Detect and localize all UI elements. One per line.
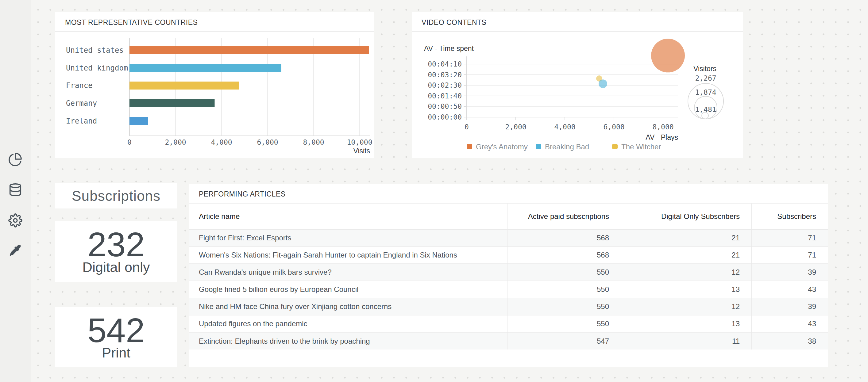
table-row[interactable]: Fight for First: Excel Esports5682171 bbox=[189, 229, 828, 246]
cell-subscribers: 39 bbox=[752, 264, 828, 281]
x-axis-title: Visits bbox=[353, 147, 370, 155]
y-axis-title: AV - Time spent bbox=[424, 44, 474, 53]
x-tick-label: 10,000 bbox=[347, 138, 372, 146]
cell-subscribers: 39 bbox=[752, 298, 828, 315]
articles-card: PERFORMING ARTICLES Article nameActive p… bbox=[189, 184, 828, 367]
subscriptions-title: Subscriptions bbox=[72, 187, 160, 204]
digital-only-value: 232 bbox=[88, 229, 145, 261]
y-tick-label: 00:02:30 bbox=[428, 81, 462, 89]
bubble-breaking-bad[interactable] bbox=[599, 79, 607, 88]
cell-active_paid: 568 bbox=[507, 229, 621, 246]
sidebar-item-settings[interactable] bbox=[8, 214, 23, 229]
cell-digital_only: 21 bbox=[621, 246, 752, 264]
x-tick-label: 0 bbox=[127, 138, 132, 146]
x-tick-label: 0 bbox=[465, 123, 469, 131]
sidebar-item-theme-picker[interactable] bbox=[8, 244, 23, 259]
x-tick-label: 6,000 bbox=[603, 123, 624, 131]
cell-digital_only: 12 bbox=[621, 298, 752, 315]
database-icon bbox=[8, 183, 22, 198]
x-tick-label: 6,000 bbox=[257, 138, 278, 146]
cell-article: Women's Six Nations: Fit-again Sarah Hun… bbox=[189, 246, 507, 264]
cell-active_paid: 550 bbox=[507, 281, 621, 298]
y-tick-label: 00:03:20 bbox=[428, 71, 462, 79]
column-header-subscribers[interactable]: Subscribers bbox=[752, 204, 828, 229]
bar-germany[interactable] bbox=[129, 99, 215, 107]
bar-category-label: United states bbox=[66, 46, 124, 55]
cell-active_paid: 550 bbox=[507, 298, 621, 315]
legend-item-the-witcher[interactable]: The Witcher bbox=[612, 143, 661, 151]
cell-article: Fight for First: Excel Esports bbox=[189, 229, 507, 246]
articles-table: Article nameActive paid subscriptionsDig… bbox=[189, 204, 828, 349]
countries-card-title: MOST REPRESENTATIVE COUNTRIES bbox=[55, 12, 374, 32]
sidebar-item-data[interactable] bbox=[8, 183, 23, 198]
table-row[interactable]: Nike and HM face China fury over Xinjian… bbox=[189, 298, 828, 315]
cell-article: Google fined 5 billion euros by European… bbox=[189, 281, 507, 298]
cell-subscribers: 71 bbox=[752, 246, 828, 264]
cell-digital_only: 21 bbox=[621, 229, 752, 246]
bar-category-label: United kingdom bbox=[66, 64, 128, 72]
print-label: Print bbox=[102, 346, 130, 360]
eyedropper-icon bbox=[8, 244, 22, 259]
countries-card: MOST REPRESENTATIVE COUNTRIES 02,0004,00… bbox=[55, 12, 374, 158]
column-header-active-paid-subscriptions[interactable]: Active paid subscriptions bbox=[507, 204, 621, 229]
legend-item-breaking-bad[interactable]: Breaking Bad bbox=[536, 143, 589, 151]
video-bubble-chart: AV - Time spent00:00:0000:00:5000:01:400… bbox=[412, 32, 743, 158]
sidebar-item-charts[interactable] bbox=[8, 152, 23, 167]
legend-swatch bbox=[536, 144, 541, 149]
video-chart-svg: AV - Time spent00:00:0000:00:5000:01:400… bbox=[412, 32, 743, 158]
size-legend-value: 1,481 bbox=[695, 105, 716, 113]
print-value: 542 bbox=[88, 314, 145, 347]
cell-digital_only: 12 bbox=[621, 264, 752, 281]
cell-active_paid: 550 bbox=[507, 315, 621, 332]
table-row[interactable]: Extinction: Elephants driven to the brin… bbox=[189, 332, 828, 349]
bar-france[interactable] bbox=[129, 81, 239, 90]
bar-ireland[interactable] bbox=[129, 117, 148, 125]
digital-only-card: 232 Digital only bbox=[55, 221, 177, 282]
cell-subscribers: 43 bbox=[752, 315, 828, 332]
legend-text: The Witcher bbox=[621, 143, 661, 151]
x-axis-title: AV - Plays bbox=[646, 133, 678, 141]
cell-active_paid: 550 bbox=[507, 264, 621, 281]
bar-category-label: France bbox=[66, 81, 93, 90]
subscriptions-card: Subscriptions bbox=[55, 183, 177, 208]
cell-digital_only: 13 bbox=[621, 315, 752, 332]
bar-category-label: Germany bbox=[66, 99, 97, 108]
bubble-grey-s-anatomy[interactable] bbox=[651, 39, 685, 72]
size-legend-value: 2,267 bbox=[695, 74, 716, 82]
size-legend-title: Visitors bbox=[693, 65, 716, 73]
print-card: 542 Print bbox=[55, 307, 177, 367]
bar-united-states[interactable] bbox=[129, 46, 369, 54]
bar-category-label: Ireland bbox=[66, 117, 97, 126]
y-tick-label: 00:00:50 bbox=[428, 102, 462, 110]
cell-article: Extinction: Elephants driven to the brin… bbox=[189, 332, 507, 349]
cell-subscribers: 43 bbox=[752, 281, 828, 298]
sidebar bbox=[0, 0, 31, 382]
bar-united-kingdom[interactable] bbox=[129, 64, 281, 72]
x-tick-label: 2,000 bbox=[505, 123, 526, 131]
gear-icon bbox=[8, 213, 22, 229]
table-row[interactable]: Google fined 5 billion euros by European… bbox=[189, 281, 828, 298]
articles-card-title: PERFORMING ARTICLES bbox=[189, 184, 828, 204]
x-tick-label: 8,000 bbox=[652, 123, 674, 131]
table-row[interactable]: Updated figures on the pandemic5501343 bbox=[189, 315, 828, 332]
countries-bar-chart: 02,0004,0006,0008,00010,000United states… bbox=[55, 32, 374, 158]
legend-item-grey-s-anatomy[interactable]: Grey's Anatomy bbox=[467, 143, 528, 151]
y-tick-label: 00:04:10 bbox=[428, 60, 462, 68]
table-row[interactable]: Women's Six Nations: Fit-again Sarah Hun… bbox=[189, 246, 828, 264]
cell-article: Nike and HM face China fury over Xinjian… bbox=[189, 298, 507, 315]
digital-only-label: Digital only bbox=[82, 260, 150, 274]
y-tick-label: 00:00:00 bbox=[428, 113, 462, 121]
cell-subscribers: 71 bbox=[752, 229, 828, 246]
table-row[interactable]: Can Rwanda's unique milk bars survive?55… bbox=[189, 264, 828, 281]
column-header-article-name[interactable]: Article name bbox=[189, 204, 507, 229]
cell-active_paid: 547 bbox=[507, 332, 621, 349]
legend-swatch bbox=[467, 144, 472, 149]
video-card: VIDEO CONTENTS AV - Time spent00:00:0000… bbox=[412, 12, 743, 158]
articles-table-header: Article nameActive paid subscriptionsDig… bbox=[189, 204, 828, 229]
legend-text: Breaking Bad bbox=[545, 143, 589, 151]
dashboard-page: { "sidebar": { "items": [ { "icon": "pie… bbox=[0, 0, 868, 382]
cell-article: Updated figures on the pandemic bbox=[189, 315, 507, 332]
size-legend-value: 1,874 bbox=[695, 88, 716, 96]
x-tick-label: 4,000 bbox=[554, 123, 575, 131]
column-header-digital-only-subscribers[interactable]: Digital Only Subscribers bbox=[621, 204, 752, 229]
